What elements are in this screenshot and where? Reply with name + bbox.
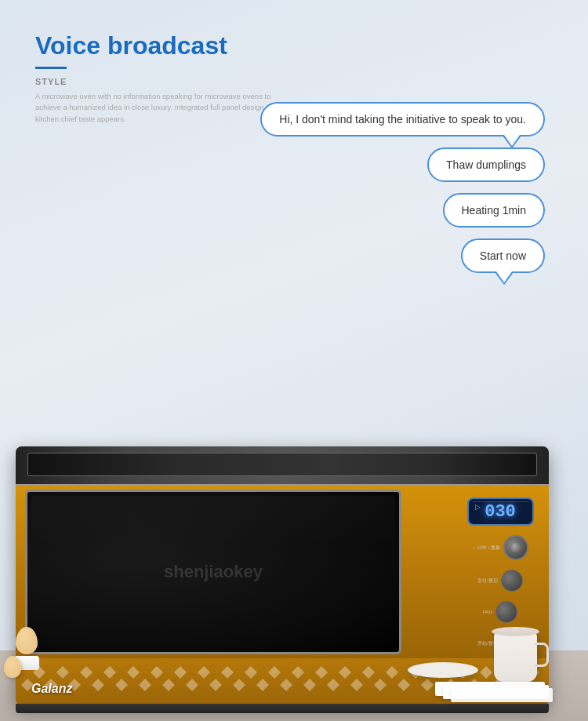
oven-watermark: shenjiaokey: [164, 562, 263, 582]
style-label: STYLE: [35, 77, 553, 86]
svg-marker-9: [245, 666, 257, 679]
egg-cup-2: [4, 656, 21, 678]
title-underline: [35, 67, 67, 69]
svg-marker-38: [397, 679, 410, 691]
svg-marker-35: [327, 679, 339, 691]
oven-display: ▷ 030: [467, 497, 534, 526]
chat-bubble-2: Thaw dumplings: [427, 147, 545, 182]
bubble-row-3: Heating 1min: [0, 193, 588, 228]
svg-marker-28: [162, 679, 175, 691]
oven-base: [16, 704, 549, 713]
svg-marker-36: [350, 679, 363, 691]
svg-marker-29: [186, 679, 198, 691]
svg-marker-37: [374, 679, 387, 691]
svg-marker-27: [139, 679, 151, 691]
svg-marker-12: [315, 666, 328, 679]
bubble-row-2: Thaw dumplings: [0, 147, 588, 182]
svg-marker-31: [233, 679, 245, 691]
oven-window-reflection: [31, 496, 395, 544]
plate-area: [408, 662, 478, 678]
chat-bubble-1: Hi, I don't mind taking the initiative t…: [260, 102, 545, 137]
svg-marker-13: [339, 666, 351, 679]
oven-top-bar: [16, 446, 549, 486]
svg-marker-25: [92, 679, 104, 691]
mug: [494, 631, 537, 682]
page-wrapper: Voice broadcast STYLE A microwave oven w…: [0, 0, 588, 721]
display-icon: ▷: [475, 503, 481, 511]
bubble-row-4: Start now: [0, 239, 588, 273]
egg: [16, 627, 38, 654]
knob-label-1: → 计时 / 重量: [472, 544, 501, 552]
chat-bubble-3: Heating 1min: [443, 193, 546, 228]
oven-top-bar-inner: [27, 453, 537, 476]
display-time: 030: [485, 502, 516, 522]
oven-window: shenjiaokey: [25, 490, 401, 654]
svg-marker-19: [480, 666, 492, 679]
svg-marker-5: [151, 666, 163, 679]
knob-row-1: → 计时 / 重量: [472, 535, 529, 560]
bubble-row-1: Hi, I don't mind taking the initiative t…: [0, 102, 588, 137]
svg-marker-11: [292, 666, 304, 679]
svg-marker-3: [103, 666, 116, 679]
button-row-2: PAU: [483, 601, 517, 623]
svg-marker-10: [268, 666, 281, 679]
chat-bubble-4: Start now: [461, 239, 545, 273]
button-label-2: PAU: [483, 610, 492, 614]
svg-marker-7: [198, 666, 210, 679]
button-label-1: 烹饪/重启: [477, 577, 498, 584]
mug-top: [492, 627, 539, 636]
svg-marker-32: [256, 679, 269, 691]
control-button-1[interactable]: [501, 570, 523, 592]
svg-marker-2: [80, 666, 93, 679]
plate: [408, 662, 478, 678]
svg-marker-30: [209, 679, 222, 691]
svg-marker-39: [421, 679, 434, 691]
book-page-3: [451, 688, 553, 702]
egg-2: [4, 656, 21, 678]
button-row-1: 烹饪/重启: [477, 570, 523, 592]
mug-area: [494, 631, 537, 682]
knob-inner-1: [511, 543, 521, 552]
oven-section: shenjiaokey ▷ 030 → 计时 / 重量 烹饪/: [0, 391, 588, 721]
brand-label: Galanz: [31, 682, 72, 696]
svg-marker-4: [127, 666, 140, 679]
svg-marker-34: [303, 679, 316, 691]
svg-marker-15: [386, 666, 398, 679]
svg-marker-26: [115, 679, 128, 691]
chat-area: Hi, I don't mind taking the initiative t…: [0, 102, 588, 284]
control-button-2[interactable]: [495, 601, 517, 623]
svg-marker-8: [221, 666, 234, 679]
control-knob-1[interactable]: [503, 535, 528, 560]
svg-marker-6: [174, 666, 187, 679]
svg-marker-33: [280, 679, 292, 691]
page-title: Voice broadcast: [35, 31, 553, 60]
svg-marker-1: [56, 666, 69, 679]
svg-marker-14: [362, 666, 375, 679]
